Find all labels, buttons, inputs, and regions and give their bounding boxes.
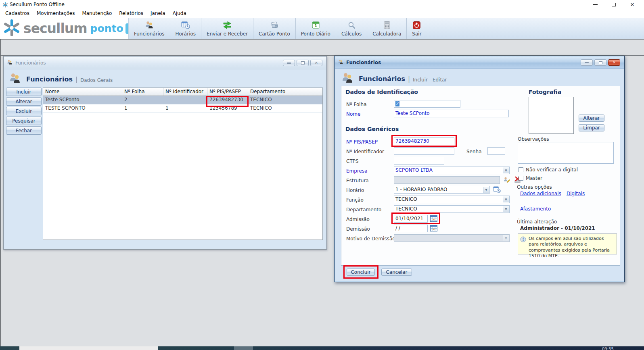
- list-minimize-button[interactable]: [283, 60, 295, 66]
- list-window-titlebar[interactable]: Funcionários ✕: [4, 57, 326, 69]
- label-departamento: Departamento: [346, 207, 381, 212]
- alterar-button[interactable]: Alterar: [6, 97, 42, 106]
- observacoes-textarea[interactable]: [518, 142, 614, 164]
- label-pis: Nº PIS/PASEP: [346, 139, 378, 145]
- chevron-down-icon[interactable]: ▼: [483, 187, 489, 193]
- menu-item-janela[interactable]: Janela: [147, 9, 169, 17]
- chevron-down-icon[interactable]: ▼: [503, 167, 509, 173]
- app-maximize-button[interactable]: [604, 0, 623, 9]
- column-header-nome[interactable]: Nome: [43, 88, 122, 96]
- chevron-down-icon[interactable]: ▼: [503, 206, 509, 212]
- toolbar-button-horarios[interactable]: Horários: [170, 18, 202, 39]
- label-demissao: Demissão: [346, 226, 370, 232]
- checkbox-icon[interactable]: [519, 167, 523, 172]
- window-people-icon: [337, 59, 344, 67]
- toolbar-button-enviar-receber[interactable]: Enviar e Receber: [201, 18, 253, 39]
- funcao-dropdown[interactable]: TECNICO ▼: [394, 196, 510, 203]
- senha-input[interactable]: [487, 147, 505, 155]
- ctps-input[interactable]: [394, 157, 444, 165]
- list-close-button[interactable]: ✕: [310, 60, 322, 66]
- pesquisar-button[interactable]: Pesquisar: [6, 117, 42, 125]
- horario-dropdown[interactable]: 1 - HORARIO PADRAO ▼: [394, 186, 490, 194]
- departamento-dropdown[interactable]: TECNICO ▼: [394, 205, 510, 213]
- admissao-input[interactable]: 01/10/2021: [394, 215, 428, 223]
- label-outras-opcoes: Outras opções: [517, 184, 552, 190]
- info-icon: !: [520, 236, 526, 244]
- list-restore-button[interactable]: [297, 60, 309, 66]
- photo-limpar-button[interactable]: Limpar: [579, 124, 604, 131]
- power-icon: [412, 20, 421, 30]
- horario-calendar-icon[interactable]: [493, 185, 501, 194]
- pis-input[interactable]: 72639482730: [394, 138, 454, 145]
- menu-item-cadastros[interactable]: Cadastros: [2, 9, 33, 17]
- calendar-clock-icon: [181, 20, 190, 30]
- concluir-button[interactable]: Concluir: [347, 269, 375, 276]
- logo: secullum ponto offline: [0, 18, 128, 39]
- label-nome: Nome: [346, 111, 360, 117]
- chevron-down-icon: ▼: [503, 235, 509, 241]
- edit-close-button[interactable]: ✕: [608, 59, 620, 66]
- toolbar-button-funcionarios[interactable]: Funcionários: [129, 18, 170, 39]
- menu-item-ajuda[interactable]: Ajuda: [169, 9, 190, 17]
- toolbar-strip: Funcionários Horários: [128, 18, 644, 39]
- toolbar-button-calculadora[interactable]: Calculadora: [367, 18, 407, 39]
- checkbox-master[interactable]: Master: [519, 175, 542, 181]
- window-title: Funcionários: [346, 60, 381, 65]
- list-header: Funcionários | Dados Gerais: [8, 72, 113, 87]
- chevron-down-icon[interactable]: ▼: [503, 196, 509, 202]
- table-row[interactable]: TESTE SCPONTO 1 1 123456789 TECNICO: [43, 104, 322, 113]
- toolbar-button-cartao-ponto[interactable]: Cartão Ponto: [253, 18, 296, 39]
- menu-item-relatorios[interactable]: Relatórios: [115, 9, 147, 17]
- excluir-button[interactable]: Excluir: [6, 107, 42, 115]
- empresa-dropdown[interactable]: SCPONTO LTDA ▼: [394, 167, 510, 174]
- secullum-logo-icon: [3, 19, 20, 38]
- column-header-pis[interactable]: Nº PIS/PASEP: [207, 88, 248, 96]
- identificador-input[interactable]: [394, 147, 454, 155]
- demissao-input[interactable]: / /: [394, 225, 428, 232]
- checkbox-nao-verificar-digital[interactable]: Não verificar a digital: [519, 167, 578, 173]
- no-folha-input[interactable]: 2: [394, 100, 460, 108]
- estrutura-edit-icon[interactable]: [503, 176, 511, 183]
- employee-table: Nome Nº Folha Nº Identificador Nº PIS/PA…: [43, 88, 323, 240]
- toolbar-button-sair[interactable]: Sair: [407, 18, 427, 39]
- nome-input[interactable]: Teste SCPonto: [394, 110, 509, 117]
- demissao-calendar-icon[interactable]: [430, 225, 437, 231]
- link-digitais[interactable]: Digitais: [567, 191, 585, 196]
- menu-item-movimentacoes[interactable]: Movimentações: [33, 9, 78, 17]
- app-icon: [2, 2, 8, 9]
- taskbar-item[interactable]: [234, 346, 253, 350]
- employee-edit-window: Funcionários ✕ Funcionários | Incluir - …: [334, 56, 625, 282]
- admissao-calendar-icon[interactable]: [430, 215, 437, 222]
- photo-alterar-button[interactable]: Alterar: [579, 115, 604, 122]
- link-dados-adicionais[interactable]: Dados adicionais: [520, 191, 561, 196]
- edit-window-titlebar[interactable]: Funcionários ✕: [335, 56, 624, 69]
- column-header-folha[interactable]: Nº Folha: [122, 88, 163, 96]
- label-observacoes: Observações: [518, 136, 549, 142]
- taskbar-clock[interactable]: 09:35: [602, 347, 614, 350]
- ultima-alteracao-value: Administrador - 01/10/2021: [520, 225, 595, 231]
- incluir-button[interactable]: Incluir: [6, 88, 42, 96]
- menubar: Cadastros Movimentações Manutenção Relat…: [0, 9, 644, 18]
- menu-item-manutencao[interactable]: Manutenção: [78, 9, 115, 17]
- column-header-departamento[interactable]: Departamento: [248, 88, 322, 96]
- taskbar-item[interactable]: [19, 346, 158, 350]
- logo-brand-text: secullum: [23, 21, 87, 36]
- column-header-identificador[interactable]: Nº Identificador: [163, 88, 207, 96]
- section-dados-genericos: Dados Genéricos: [345, 126, 399, 132]
- toolbar: secullum ponto offline Funcionários: [0, 18, 644, 40]
- app-minimize-button[interactable]: [586, 0, 604, 9]
- link-afastamento[interactable]: Afastamento: [520, 206, 551, 212]
- toolbar-button-ponto-diario[interactable]: 1 Ponto Diário: [296, 18, 336, 39]
- checkbox-icon[interactable]: [519, 176, 523, 181]
- toolbar-button-calculos[interactable]: Cálculos: [336, 18, 367, 39]
- cancelar-button[interactable]: Cancelar: [381, 269, 412, 276]
- fechar-button[interactable]: Fechar: [6, 126, 42, 135]
- app-close-button[interactable]: ✕: [623, 0, 642, 9]
- edit-minimize-button[interactable]: [581, 59, 593, 66]
- label-estrutura: Estrutura: [346, 178, 369, 183]
- people-icon: [144, 20, 154, 30]
- logo-product-text: ponto: [90, 23, 123, 34]
- edit-restore-button[interactable]: [594, 59, 606, 66]
- list-header-subtitle: Dados Gerais: [80, 77, 113, 83]
- table-row[interactable]: Teste SCPonto 2 72639482730 TECNICO: [43, 96, 322, 104]
